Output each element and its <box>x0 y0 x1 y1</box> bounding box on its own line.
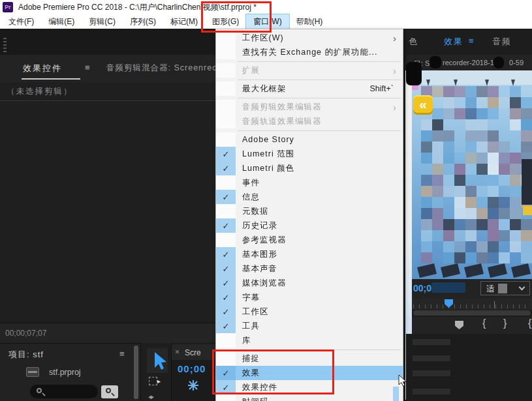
window-menu-item-8[interactable]: 音频轨道效果编辑器 <box>216 114 403 128</box>
menu-bar: 文件(F)编辑(E)剪辑(C)序列(S)标记(M)图形(G)窗口(W)帮助(H) <box>0 14 532 29</box>
window-menu-item-27[interactable]: ✓效果 <box>216 366 403 380</box>
menubar-item[interactable]: 文件(F) <box>1 14 41 29</box>
window-menu-item-29[interactable]: 时间码 <box>216 394 403 401</box>
window-menu-item-21[interactable]: ✓字幕 <box>216 290 403 304</box>
menubar-item[interactable]: 编辑(E) <box>41 14 82 29</box>
panel-menu-icon[interactable]: ≡ <box>85 63 90 72</box>
panel-frame-strip <box>0 29 217 55</box>
window-menu-item-18[interactable]: ✓基本图形 <box>216 247 403 261</box>
window-menu-item-1[interactable]: 查找有关 Exchange 的扩展功能... <box>216 45 403 59</box>
no-clip-selected-message: （未选择剪辑） <box>7 86 73 97</box>
tab-effect-controls[interactable]: 效果控件 <box>23 63 62 74</box>
title-bar: Pr Adobe Premiere Pro CC 2018 - C:\用户\Ch… <box>0 0 532 14</box>
panel-menu-icon[interactable]: ≡ <box>119 349 125 359</box>
track-select-tool-icon[interactable] <box>149 377 157 385</box>
effect-controls-header: 效果控件 ≡ 音频剪辑混合器: Screenrecorder-2 <box>0 55 217 82</box>
window-menu-item-14[interactable]: ✓信息 <box>216 190 403 204</box>
program-scrollbar[interactable] <box>413 310 531 316</box>
program-timecode[interactable]: 00;0 <box>413 283 431 293</box>
track-strip <box>413 355 450 361</box>
menu-gutter <box>216 132 236 147</box>
premiere-app-icon: Pr <box>3 2 13 12</box>
track-strip <box>413 389 450 394</box>
window-menu-item-10[interactable]: Adobe Story <box>216 132 403 147</box>
window-menu-item-28[interactable]: ✓效果控件 <box>216 380 403 394</box>
project-file-icon <box>26 367 39 377</box>
menubar-item[interactable]: 图形(G) <box>205 14 246 29</box>
window-menu-item-13[interactable]: 事件 <box>216 175 403 190</box>
mark-in-icon[interactable]: { <box>528 318 531 329</box>
active-tab-underline <box>22 78 80 80</box>
menubar-item[interactable]: 序列(S) <box>123 14 163 29</box>
menu-item-label: 音频轨道效果编辑器 <box>236 116 403 127</box>
project-file-item[interactable]: stf.prproj <box>49 368 81 377</box>
project-panel: 项目: stf ≡ stf.prproj <box>0 343 140 401</box>
mark-in-icon[interactable]: { <box>482 318 486 329</box>
timeline-timecode[interactable]: 00;00 <box>178 363 206 374</box>
window-menu-item-11[interactable]: ✓Lumetri 范围 <box>216 147 403 161</box>
menu-item-label: 效果 <box>236 368 403 379</box>
timeline-track-area <box>406 334 532 401</box>
tab-audio[interactable]: 音频 <box>492 36 512 48</box>
submenu-arrow-icon: › <box>393 33 403 44</box>
menu-item-label: 字幕 <box>236 292 403 303</box>
window-menu-item-0[interactable]: 工作区(W)› <box>216 31 403 45</box>
window-menu-item-15[interactable]: 元数据 <box>216 204 403 218</box>
menu-gutter <box>216 31 236 45</box>
menu-item-label: 事件 <box>236 177 403 188</box>
tab-project[interactable]: 项目: stf <box>8 349 44 361</box>
menubar-item[interactable]: 标记(M) <box>163 14 205 29</box>
panel-grip-handle[interactable] <box>3 38 7 53</box>
panel-menu-icon[interactable]: ≡ <box>469 36 474 46</box>
menu-item-label: 音频剪辑效果编辑器 <box>236 102 393 113</box>
checkmark-icon: ✓ <box>216 304 236 319</box>
window-menu-item-20[interactable]: ✓媒体浏览器 <box>216 276 403 290</box>
window-menu-item-17[interactable]: 参考监视器 <box>216 233 403 247</box>
window-title: Adobe Premiere Pro CC 2018 - C:\用户\Charl… <box>18 2 257 13</box>
search-input[interactable] <box>30 385 98 398</box>
window-menu-item-24[interactable]: 库 <box>216 333 403 348</box>
find-icon <box>106 388 111 393</box>
window-menu-item-26[interactable]: 捕捉 <box>216 351 403 366</box>
submenu-arrow-icon: › <box>393 102 403 113</box>
window-menu-item-22[interactable]: ✓工作区 <box>216 304 403 319</box>
checkmark-icon: ✓ <box>216 247 236 261</box>
tab-audio-clip-mixer[interactable]: 音频剪辑混合器: Screenrecorder-2 <box>106 63 217 74</box>
find-button[interactable] <box>101 385 118 398</box>
window-menu: 工作区(W)›查找有关 Exchange 的扩展功能...扩展›最大化框架Shi… <box>215 29 403 401</box>
fit-dropdown-label: 适 <box>486 284 495 295</box>
window-menu-item-3[interactable]: 扩展› <box>216 63 403 78</box>
selection-tool-button[interactable] <box>147 348 168 373</box>
project-panel-scrollbar[interactable] <box>134 346 138 399</box>
tab-effects[interactable]: 效果 <box>444 36 463 48</box>
menu-scrollbar[interactable] <box>393 387 399 401</box>
fit-dropdown[interactable]: 适 <box>480 281 530 295</box>
window-menu-item-19[interactable]: ✓基本声音 <box>216 261 403 276</box>
window-menu-item-12[interactable]: ✓Lumetri 颜色 <box>216 161 403 175</box>
menu-gutter <box>216 63 236 78</box>
window-menu-item-16[interactable]: ✓历史记录 <box>216 218 403 233</box>
close-icon[interactable]: × <box>175 348 180 357</box>
snap-icon[interactable] <box>187 379 199 391</box>
window-menu-item-7[interactable]: 音频剪辑效果编辑器› <box>216 100 403 114</box>
window-menu-item-23[interactable]: ✓工具 <box>216 319 403 333</box>
mouse-cursor-icon <box>398 374 409 387</box>
tab-lumetri-color-partial[interactable]: 色 <box>409 36 417 48</box>
mark-out-icon[interactable]: } <box>503 318 507 329</box>
checkmark-icon: ✓ <box>216 319 236 333</box>
timeline-tab[interactable]: × Scre <box>172 344 217 360</box>
menu-gutter <box>216 333 236 348</box>
window-menu-item-5[interactable]: 最大化框架Shift+` <box>216 82 403 96</box>
menubar-item[interactable]: 窗口(W) <box>246 14 289 29</box>
program-time-ruler[interactable] <box>412 299 532 310</box>
add-marker-icon[interactable] <box>455 321 463 329</box>
menu-item-label: 工作区 <box>236 306 403 318</box>
menubar-item[interactable]: 剪辑(C) <box>82 14 123 29</box>
search-icon <box>37 388 42 393</box>
ripple-edit-tool-icon[interactable]: ◂▸ <box>148 393 153 401</box>
menu-gutter <box>216 45 236 59</box>
menu-item-label: 最大化框架 <box>236 83 370 95</box>
track-strip <box>413 339 450 345</box>
menu-separator <box>216 96 403 100</box>
menubar-item[interactable]: 帮助(H) <box>289 14 330 29</box>
